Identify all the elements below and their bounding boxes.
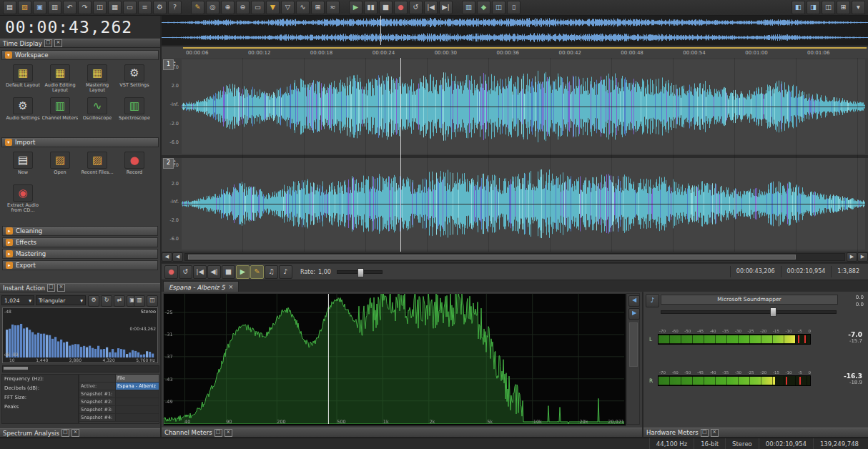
loop-region-bar[interactable] [183,47,867,49]
channel-1-badge[interactable]: 1 [163,59,174,70]
import-section-header[interactable]: ▾ Import [1,137,159,147]
video-window-icon[interactable]: ◫ [492,1,505,14]
close-button[interactable]: × [54,39,62,47]
redo-icon[interactable]: ↷ [78,1,92,14]
magnify-tool-icon[interactable]: ◎ [206,1,220,14]
section-cleaning[interactable]: ▸Cleaning [2,226,158,236]
spectrum-scrollbar-thumb[interactable] [629,322,638,367]
go-to-start-button[interactable]: |◀ [193,265,207,279]
loop-toolbar-icon[interactable]: ↺ [409,1,423,14]
channel-2-badge[interactable]: 2 [163,158,174,169]
monitor-button[interactable]: ♪ [279,265,292,279]
spectrum-next-button[interactable]: ▶ [628,308,640,320]
sa-sync-button[interactable]: ⇄ [114,295,125,307]
pin-button[interactable]: □ [701,429,709,437]
region-tool-icon[interactable]: ▽ [281,1,295,14]
channel-meters-button[interactable]: ▥Channel Meters [41,94,79,127]
save-file-icon[interactable]: ▣ [33,1,46,14]
sa-refresh-button[interactable]: ↻ [101,295,112,307]
section-mastering[interactable]: ▸Mastering [2,249,158,259]
go-end-toolbar-icon[interactable]: ▶| [439,1,453,14]
document-tab[interactable]: Espana - Albeniz 5 × [163,281,239,292]
overview-waveform[interactable] [162,16,868,45]
pin-button[interactable]: □ [214,429,222,437]
scroll-right-icon[interactable]: ▶ [847,252,857,262]
timeline-ruler[interactable]: 00:00:0600:00:1200:00:1800:00:2400:00:30… [162,46,868,59]
speaker-icon[interactable]: ♪ [646,294,659,307]
marker-tool-icon[interactable]: ▼ [266,1,280,14]
mixer-window-icon[interactable]: ▥ [462,1,475,14]
overview-canvas-left[interactable] [162,16,868,29]
scroll-right-icon[interactable]: ▶ [857,252,868,262]
window-options-icon[interactable]: ▾ [852,1,865,14]
close-button[interactable]: × [225,429,232,437]
audio-settings-button[interactable]: ⚙Audio Settings [4,94,41,127]
play-normal-icon[interactable]: ▶ [349,1,363,14]
new-file-icon[interactable]: ▤ [3,1,16,14]
vst-settings-button[interactable]: ⚙VST Settings [116,61,153,94]
scroll-left-icon[interactable]: ◀ [162,252,172,262]
audio-editing-layout-button[interactable]: ▦Audio Editing Layout [41,61,79,94]
stop-toolbar-icon[interactable]: ■ [379,1,393,14]
sa-table-row[interactable]: Snapshot #2: [79,398,159,406]
zoom-out-icon[interactable]: ⊖ [236,1,250,14]
workspace-layout-2-icon[interactable]: ◨ [807,1,820,14]
sa-settings-button[interactable]: ⚙ [88,295,99,307]
play-button[interactable]: ▶ [236,265,250,279]
close-button[interactable]: × [711,429,719,437]
copy-icon[interactable]: ◫ [93,1,107,14]
new-document-button[interactable]: ▤New [4,149,41,182]
sa-scrollbar[interactable] [2,365,159,372]
crossfade-tool-icon[interactable]: ∿ [296,1,310,14]
sa-scrollbar-thumb[interactable] [4,367,28,370]
record-button[interactable]: ● [164,265,178,279]
selection-tool-icon[interactable]: ▭ [251,1,265,14]
go-start-toolbar-icon[interactable]: |◀ [424,1,438,14]
sa-table-row[interactable]: Active:Espana - Albeniz [79,383,159,390]
overview-canvas-right[interactable] [162,31,868,44]
output-gain-slider[interactable] [661,307,837,315]
sa-table-row[interactable]: Snapshot #3: [79,406,159,414]
edit-tool-transport-button[interactable]: ✎ [250,265,264,279]
record-button[interactable]: ●Record [116,149,153,182]
sa-grab-button[interactable]: ◫ [147,295,158,307]
rate-slider-handle[interactable] [357,268,364,277]
stop-button[interactable]: ■ [222,265,235,279]
fft-size-select[interactable]: 1,024 ▾ [1,295,34,305]
spectrum-prev-button[interactable]: ◀ [628,295,640,307]
tab-close-icon[interactable]: × [229,284,234,290]
preferences-icon[interactable]: ⚙ [153,1,167,14]
paste-icon[interactable]: ▦ [108,1,122,14]
pin-button[interactable]: □ [47,284,55,292]
open-file-icon[interactable]: ▨ [18,1,31,14]
edit-tool-icon[interactable]: ✎ [191,1,204,14]
spectroscope-button[interactable]: ▥Spectroscope [116,94,153,127]
sa-table-row[interactable]: Snapshot #1: [79,390,159,398]
tile-windows-icon[interactable]: ⊞ [837,1,850,14]
pause-icon[interactable]: ▮▮ [364,1,378,14]
pin-button[interactable]: □ [44,39,52,47]
snap-toggle-icon[interactable]: ⊞ [311,1,325,14]
auto-ripple-icon[interactable]: ≈ [326,1,340,14]
recent-files-button[interactable]: ▨Recent Files... [79,149,116,182]
device-name[interactable]: Microsoft Soundmapper [661,295,838,305]
scrub-button[interactable]: ♫ [265,265,278,279]
cascade-windows-icon[interactable]: ◫ [822,1,835,14]
open-document-button[interactable]: ▨Open [41,149,79,182]
trim-icon[interactable]: ▭ [123,1,137,14]
meters-toggle-icon[interactable]: ▯ [507,1,521,14]
undo-icon[interactable]: ↶ [63,1,77,14]
scrollbar-track[interactable] [184,253,845,261]
horizontal-scrollbar[interactable]: ◀ ◀ ▶ ▶ [162,252,868,262]
pin-button[interactable]: □ [61,429,69,437]
window-type-select[interactable]: Triangular ▾ [36,295,86,305]
close-button[interactable]: × [71,429,79,437]
previous-button[interactable]: ◀| [207,265,221,279]
scrollbar-thumb[interactable] [188,255,796,260]
zoom-in-icon[interactable]: ⊕ [221,1,235,14]
rate-slider[interactable] [337,270,383,274]
sa-snapshot-button[interactable]: ▥ [134,295,145,307]
waveform-canvas-1[interactable] [182,59,865,154]
workspace-layout-1-icon[interactable]: ◧ [791,1,805,14]
extract-audio-cd-button[interactable]: ◉Extract Audio from CD... [4,182,41,214]
